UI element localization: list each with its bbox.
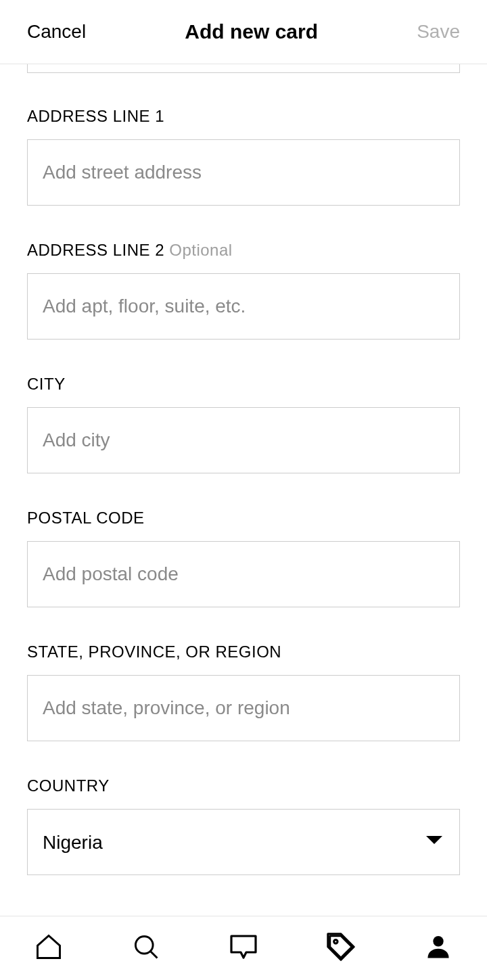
form-container: ADDRESS LINE 1 ADDRESS LINE 2 Optional C… (0, 64, 487, 916)
address2-group: ADDRESS LINE 2 Optional (27, 241, 460, 340)
nav-sell[interactable] (324, 931, 358, 965)
postal-input[interactable] (27, 541, 460, 607)
city-label: CITY (27, 375, 460, 394)
svg-point-2 (334, 940, 338, 943)
home-icon (34, 932, 64, 964)
save-button[interactable]: Save (417, 21, 460, 43)
address1-input[interactable] (27, 139, 460, 206)
state-group: STATE, PROVINCE, OR REGION (27, 643, 460, 741)
profile-icon (423, 932, 453, 964)
country-select-wrapper: Nigeria (27, 809, 460, 875)
nav-home[interactable] (32, 931, 66, 965)
state-input[interactable] (27, 675, 460, 741)
header: Cancel Add new card Save (0, 0, 487, 64)
address1-group: ADDRESS LINE 1 (27, 107, 460, 206)
country-label: COUNTRY (27, 776, 460, 795)
address1-label: ADDRESS LINE 1 (27, 107, 460, 126)
nav-inbox[interactable] (227, 931, 260, 965)
svg-line-1 (150, 951, 157, 958)
address2-optional: Optional (169, 241, 232, 259)
address2-label-text: ADDRESS LINE 2 (27, 241, 164, 259)
address2-input[interactable] (27, 273, 460, 340)
cancel-button[interactable]: Cancel (27, 21, 86, 43)
postal-group: POSTAL CODE (27, 509, 460, 607)
city-group: CITY (27, 375, 460, 473)
nav-search[interactable] (129, 931, 163, 965)
page-title: Add new card (185, 20, 318, 43)
bottom-nav (0, 916, 487, 980)
state-label: STATE, PROVINCE, OR REGION (27, 643, 460, 661)
tag-icon (325, 931, 356, 965)
city-input[interactable] (27, 407, 460, 473)
search-icon (131, 932, 161, 964)
country-group: COUNTRY Nigeria (27, 776, 460, 875)
country-select[interactable]: Nigeria (27, 809, 460, 875)
speech-bubble-icon (227, 931, 260, 966)
svg-point-0 (135, 936, 153, 954)
svg-point-3 (433, 936, 443, 946)
address2-label: ADDRESS LINE 2 Optional (27, 241, 460, 260)
previous-field-edge (27, 64, 460, 73)
nav-profile[interactable] (421, 931, 455, 965)
postal-label: POSTAL CODE (27, 509, 460, 528)
